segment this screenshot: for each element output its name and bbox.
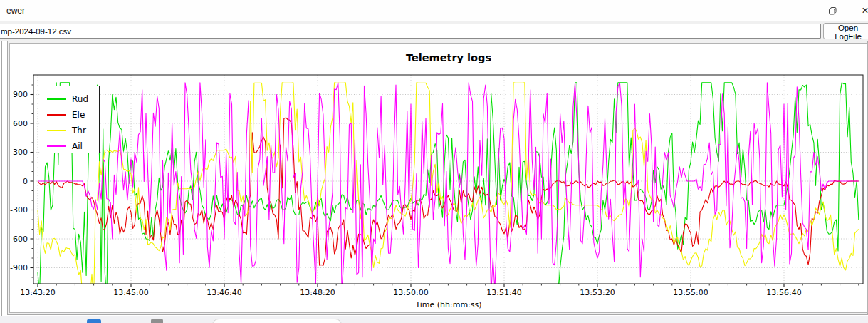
svg-text:-600: -600	[10, 235, 28, 244]
restore-button[interactable]	[816, 0, 849, 21]
taskbar-strip	[0, 316, 868, 323]
svg-text:13:46:40: 13:46:40	[206, 288, 241, 297]
svg-text:300: 300	[13, 148, 28, 157]
plot-border	[33, 75, 863, 284]
legend-item-thr: Thr	[47, 123, 99, 138]
window-controls: ×	[783, 0, 868, 21]
svg-text:13:53:20: 13:53:20	[580, 288, 615, 297]
window-left-border	[1, 41, 2, 323]
svg-text:-900: -900	[10, 263, 28, 272]
legend-label: Ail	[72, 141, 83, 151]
telemetry-chart-svg: 13:43:2013:45:0013:46:4013:48:2013:50:00…	[10, 44, 867, 312]
taskbar-search-box[interactable]	[212, 319, 342, 323]
x-axis-label: Time (hh:mm:ss)	[33, 300, 864, 309]
rud-line-swatch	[47, 98, 66, 100]
svg-text:13:56:40: 13:56:40	[766, 288, 801, 297]
svg-text:13:45:00: 13:45:00	[113, 288, 148, 297]
chart-canvas: 13:43:2013:45:0013:46:4013:48:2013:50:00…	[9, 43, 868, 313]
legend-label: Ele	[72, 110, 85, 120]
legend-label: Thr	[72, 125, 86, 135]
svg-text:13:48:20: 13:48:20	[300, 288, 335, 297]
file-toolbar: Open LogFile	[0, 21, 868, 41]
series-lines	[38, 83, 859, 301]
ele-line-swatch	[47, 114, 66, 116]
ail-line-swatch	[47, 145, 66, 147]
close-icon: ×	[862, 5, 868, 16]
minimize-button[interactable]	[783, 0, 816, 21]
axis-tick-labels: 13:43:2013:45:0013:46:4013:48:2013:50:00…	[10, 90, 802, 297]
window-title: ewer	[6, 6, 25, 16]
blue-app-icon[interactable]	[87, 319, 101, 323]
svg-text:900: 900	[13, 90, 28, 99]
chart-legend: Rud Ele Thr Ail	[41, 86, 100, 153]
svg-text:0: 0	[23, 177, 28, 186]
svg-text:13:55:00: 13:55:00	[673, 288, 708, 297]
gridlines	[33, 75, 863, 284]
minimize-icon	[796, 11, 804, 11]
svg-text:13:50:00: 13:50:00	[393, 288, 428, 297]
legend-label: Rud	[72, 94, 88, 104]
svg-text:13:43:20: 13:43:20	[20, 288, 55, 297]
title-bar: ewer ×	[0, 0, 868, 21]
restore-icon	[829, 7, 837, 15]
chart-title: Telemetry logs	[33, 52, 864, 63]
app-window: { "window": { "title": "ewer", "controls…	[0, 0, 868, 323]
gray-app-icon[interactable]	[151, 319, 163, 323]
open-logfile-button[interactable]: Open LogFile	[823, 23, 868, 39]
svg-text:600: 600	[13, 119, 28, 128]
legend-item-rud: Rud	[47, 91, 99, 107]
thr-line-swatch	[47, 130, 66, 131]
logfile-path-input[interactable]	[0, 24, 821, 39]
svg-text:13:51:40: 13:51:40	[486, 288, 521, 297]
axis-ticks	[31, 85, 859, 287]
close-button[interactable]: ×	[849, 0, 868, 21]
legend-item-ail: Ail	[47, 138, 99, 154]
svg-text:-300: -300	[10, 205, 28, 215]
series-rud-line	[38, 83, 859, 299]
series-thr-line	[38, 83, 859, 301]
legend-item-ele: Ele	[47, 107, 99, 123]
